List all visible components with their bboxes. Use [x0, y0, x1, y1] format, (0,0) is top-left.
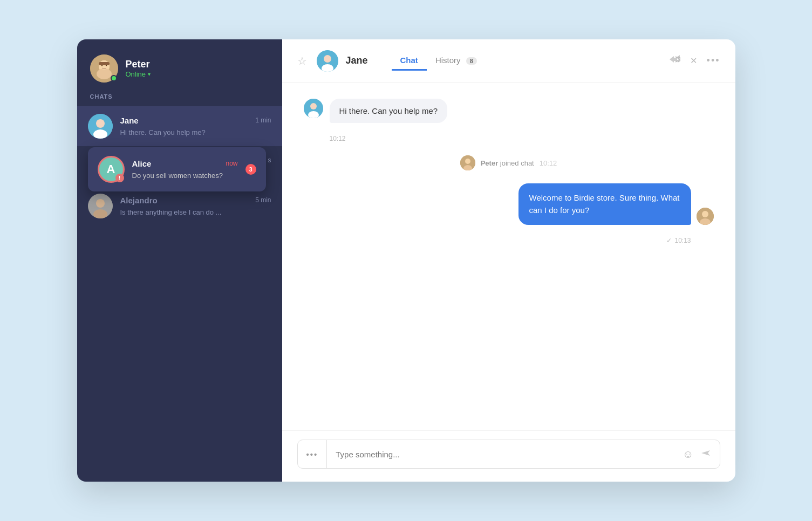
more-options-icon[interactable]: ••• [707, 55, 720, 66]
peter-system-avatar [460, 155, 475, 170]
system-message-1: Peter joined chat 10:12 [304, 155, 714, 170]
input-actions: ☺ [674, 448, 719, 461]
svg-point-27 [702, 211, 708, 217]
alejandro-list-avatar [88, 194, 113, 218]
user-avatar-container [90, 54, 118, 83]
svg-point-15 [96, 199, 105, 208]
star-button[interactable]: ☆ [297, 54, 307, 67]
alejandro-time: 5 min [255, 196, 271, 204]
jane-time: 1 min [255, 116, 271, 124]
chat-header: ☆ Jane Chat History 8 [282, 39, 735, 83]
main-chat: ☆ Jane Chat History 8 [282, 39, 735, 482]
message-row-incoming-1: Hi there. Can you help me? [304, 99, 714, 123]
alice-exclaim-icon: ! [115, 174, 124, 182]
close-icon[interactable]: ✕ [690, 56, 697, 66]
message-time-outgoing-1: ✓ 10:13 [304, 237, 691, 244]
extras-dots-icon: ••• [306, 450, 318, 459]
message-time-1: 10:12 [330, 135, 714, 142]
alice-popup-name: Alice [132, 159, 152, 168]
chat-input-area: ••• ☺ [282, 430, 735, 482]
alejandro-preview: Is there anything else I can do ... [120, 208, 222, 216]
alice-popup[interactable]: A ! Alice now Do you sell women watches?… [88, 147, 266, 191]
message-bubble-outgoing-1: Welcome to Birdie store. Sure thing. Wha… [518, 183, 691, 225]
input-box: ••• ☺ [297, 440, 720, 469]
jane-msg-avatar [304, 99, 323, 118]
tab-history[interactable]: History 8 [427, 51, 486, 71]
message-input[interactable] [327, 450, 674, 459]
messages-area: Hi there. Can you help me? 10:12 Peter j… [282, 83, 735, 430]
svg-point-9 [96, 119, 105, 128]
message-bubble-1: Hi there. Can you help me? [330, 99, 448, 123]
jane-header-avatar [317, 50, 338, 72]
alice-popup-badge: 3 [245, 164, 256, 175]
tab-chat[interactable]: Chat [392, 51, 427, 71]
online-indicator [111, 75, 117, 81]
send-button[interactable] [700, 448, 711, 461]
chat-item-alejandro[interactable]: Alejandro 5 min Is there anything else I… [77, 186, 282, 226]
status-chevron-icon: ▾ [148, 71, 151, 77]
svg-point-21 [310, 103, 317, 109]
svg-point-24 [465, 159, 470, 164]
alice-popup-avatar: A ! [98, 156, 125, 183]
header-actions: ✕ ••• [668, 54, 720, 67]
extras-button[interactable]: ••• [298, 440, 327, 468]
history-badge: 8 [466, 57, 477, 65]
message-row-outgoing-1: Welcome to Birdie store. Sure thing. Wha… [304, 183, 714, 225]
sidebar-header: Peter Online ▾ [77, 39, 282, 93]
alejandro-chat-info: Alejandro 5 min Is there anything else I… [120, 196, 271, 217]
chats-section-label: CHATS [77, 93, 282, 106]
forward-icon[interactable] [668, 54, 680, 67]
svg-point-18 [324, 55, 331, 63]
system-message-text: Peter joined chat [481, 159, 534, 167]
emoji-button[interactable]: ☺ [683, 448, 693, 461]
jane-preview: Hi there. Can you help me? [120, 128, 206, 136]
jane-list-avatar [88, 114, 113, 139]
svg-rect-7 [99, 62, 110, 65]
sidebar: Peter Online ▾ CHATS [77, 39, 282, 482]
chat-item-jane[interactable]: Jane 1 min Hi there. Can you help me? [77, 106, 282, 146]
jane-chat-info: Jane 1 min Hi there. Can you help me? [120, 116, 271, 137]
jane-name: Jane [120, 116, 139, 125]
app-container: Peter Online ▾ CHATS [77, 39, 735, 482]
alice-popup-time: now [226, 160, 237, 167]
chat-contact-name: Jane [346, 55, 368, 66]
alejandro-name: Alejandro [120, 196, 158, 205]
user-name: Peter [126, 59, 151, 70]
read-checkmark-icon: ✓ [666, 237, 672, 244]
alice-popup-preview: Do you sell women watches? [132, 172, 223, 180]
alice-popup-info: Alice now Do you sell women watches? [132, 159, 238, 180]
peter-msg-avatar [697, 208, 714, 225]
header-tabs: Chat History 8 [392, 51, 486, 71]
user-status[interactable]: Online ▾ [126, 70, 151, 78]
user-info: Peter Online ▾ [126, 59, 151, 78]
svg-point-3 [97, 68, 112, 79]
system-message-time: 10:12 [540, 159, 557, 167]
